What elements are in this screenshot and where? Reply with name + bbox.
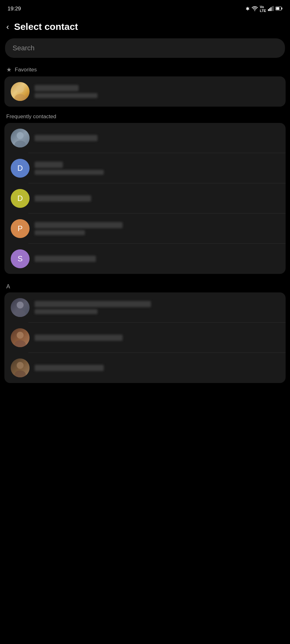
page-title: Select contact [14, 21, 78, 32]
contact-info [35, 162, 279, 175]
contact-name-blur [35, 135, 98, 141]
contact-info [35, 222, 279, 235]
contact-info [35, 301, 279, 314]
status-icons: ✱ VoLTE [246, 5, 282, 13]
contact-name-blur [35, 301, 151, 307]
battery-icon [276, 6, 282, 12]
svg-point-10 [14, 94, 26, 101]
contact-info [35, 256, 279, 262]
avatar [11, 129, 30, 147]
frequently-contacted-card: D D P S [4, 123, 286, 274]
svg-point-17 [17, 362, 24, 369]
frequently-contacted-text: Frequently contacted [6, 114, 56, 120]
contact-sub-blur [35, 170, 104, 175]
avatar: D [11, 189, 30, 208]
svg-point-18 [14, 370, 26, 377]
contact-name-blur [35, 256, 96, 262]
status-time: 19:29 [8, 6, 21, 12]
contact-info [35, 85, 279, 98]
alpha-card [4, 292, 286, 383]
svg-rect-7 [282, 8, 282, 9]
list-item[interactable] [4, 292, 286, 323]
list-item[interactable]: P [4, 214, 286, 244]
contact-info [35, 365, 279, 371]
list-item[interactable]: S [4, 244, 286, 274]
avatar [11, 328, 30, 347]
contact-name-blur [35, 222, 123, 228]
alpha-section-label: A [0, 279, 290, 292]
contact-name-blur [35, 162, 63, 168]
svg-point-0 [254, 10, 255, 11]
svg-point-9 [16, 85, 24, 93]
contact-sub-blur [35, 230, 85, 235]
svg-point-15 [17, 332, 24, 339]
svg-point-11 [17, 132, 24, 139]
avatar: S [11, 249, 30, 268]
frequently-contacted-label: Frequently contacted [0, 112, 290, 123]
list-item[interactable]: D [4, 183, 286, 214]
favorites-label: Favorites [15, 67, 37, 73]
contact-sub-blur [35, 309, 98, 314]
volte-icon: VoLTE [260, 5, 266, 13]
avatar [11, 298, 30, 317]
avatar [11, 358, 30, 377]
star-icon: ★ [6, 66, 12, 73]
svg-rect-4 [272, 6, 273, 11]
contact-name-blur [35, 365, 104, 371]
list-item[interactable]: D [4, 153, 286, 183]
avatar: P [11, 219, 30, 238]
contact-name-blur [35, 195, 91, 202]
avatar [11, 82, 30, 101]
contact-info [35, 195, 279, 202]
wifi-icon [252, 6, 258, 12]
signal-icon [268, 6, 274, 12]
contact-sub-blur [35, 93, 98, 98]
bluetooth-icon: ✱ [246, 6, 250, 12]
header: ‹ Select contact [0, 16, 290, 38]
avatar: D [11, 159, 30, 178]
svg-rect-8 [276, 7, 279, 10]
list-item[interactable] [4, 323, 286, 353]
svg-rect-3 [270, 7, 271, 11]
favorites-section-label: ★ Favorites [0, 64, 290, 76]
favorites-card [4, 76, 286, 107]
status-bar: 19:29 ✱ VoLTE [0, 0, 290, 16]
contact-name-blur [35, 85, 79, 91]
list-item[interactable] [4, 353, 286, 383]
svg-rect-1 [268, 9, 269, 11]
list-item[interactable] [4, 76, 286, 107]
svg-point-14 [14, 310, 26, 317]
svg-point-13 [17, 302, 24, 308]
contact-info [35, 335, 279, 341]
search-input[interactable] [5, 38, 285, 58]
contact-name-blur [35, 335, 123, 341]
search-container [0, 38, 290, 64]
svg-point-16 [14, 340, 26, 347]
contact-info [35, 135, 279, 141]
back-button[interactable]: ‹ [5, 21, 10, 32]
list-item[interactable] [4, 123, 286, 153]
svg-rect-5 [273, 6, 274, 11]
alpha-letter: A [6, 283, 10, 290]
svg-point-12 [14, 141, 26, 147]
svg-rect-2 [269, 8, 270, 11]
